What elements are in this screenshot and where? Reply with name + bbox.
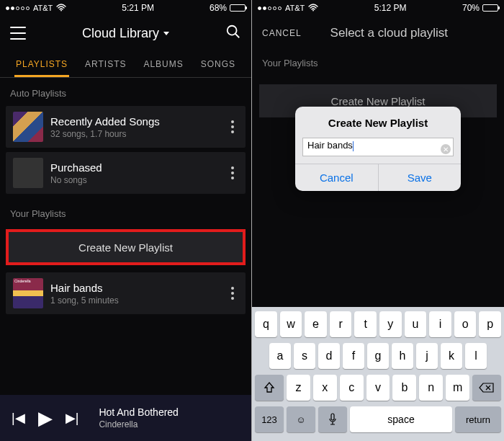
play-icon[interactable]: ▶: [38, 407, 53, 429]
key-d[interactable]: d: [318, 343, 340, 369]
header: Cloud Library: [0, 16, 251, 50]
playlist-subtitle: 1 song, 5 minutes: [50, 295, 220, 306]
playlist-thumbnail: [13, 158, 43, 188]
status-bar: AT&T 5:12 PM 70%: [252, 0, 504, 16]
key-i[interactable]: i: [429, 311, 451, 337]
playlist-thumbnail: [13, 112, 43, 142]
key-y[interactable]: y: [379, 311, 402, 337]
list-item[interactable]: Hair bands 1 song, 5 minutes: [6, 272, 246, 314]
now-playing-title: Hot And Bothered: [99, 406, 179, 418]
key-w[interactable]: w: [280, 311, 302, 337]
tab-artists[interactable]: ARTISTS: [85, 52, 126, 76]
playlist-subtitle: No songs: [50, 175, 220, 185]
key-a[interactable]: a: [269, 343, 291, 369]
key-mic[interactable]: [318, 406, 347, 432]
tab-albums[interactable]: ALBUMS: [143, 52, 183, 76]
key-p[interactable]: p: [479, 311, 501, 337]
key-o[interactable]: o: [454, 311, 477, 337]
now-playing-artist: Cinderella: [99, 419, 179, 429]
list-item[interactable]: Purchased No songs: [6, 152, 246, 194]
svg-point-3: [312, 9, 314, 11]
wifi-icon: [308, 4, 318, 13]
create-playlist-dialog: Create New Playlist Hair bands ✕ Cancel …: [295, 107, 461, 191]
playlist-title: Recently Added Songs: [50, 115, 220, 128]
key-space[interactable]: space: [350, 406, 452, 432]
cancel-button[interactable]: CANCEL: [262, 28, 302, 38]
status-bar: AT&T 5:21 PM 68%: [0, 0, 251, 16]
search-icon[interactable]: [225, 24, 241, 43]
list-item[interactable]: Recently Added Songs 32 songs, 1.7 hours: [6, 106, 246, 148]
keyboard-row: 123 ☺ space return: [255, 406, 501, 432]
signal-dots-icon: [258, 6, 282, 10]
key-f[interactable]: f: [343, 343, 364, 369]
playlist-subtitle: 32 songs, 1.7 hours: [50, 129, 220, 139]
key-e[interactable]: e: [305, 311, 327, 337]
key-return[interactable]: return: [455, 406, 501, 432]
phone-cloud-library: AT&T 5:21 PM 68% Cloud Library PLAYLISTS…: [0, 0, 251, 441]
status-time: 5:21 PM: [122, 3, 154, 13]
tabs: PLAYLISTS ARTISTS ALBUMS SONGS: [0, 50, 251, 78]
key-backspace[interactable]: [472, 375, 501, 401]
svg-point-1: [228, 26, 237, 35]
prev-track-icon[interactable]: |◀: [12, 410, 25, 426]
svg-point-0: [60, 9, 62, 11]
key-c[interactable]: c: [340, 375, 364, 401]
key-k[interactable]: k: [441, 343, 462, 369]
key-q[interactable]: q: [255, 311, 277, 337]
create-new-playlist-button[interactable]: Create New Playlist: [6, 229, 246, 265]
auto-playlists-label: Auto Playlists: [0, 78, 251, 106]
dialog-title: Create New Playlist: [295, 107, 461, 135]
clear-input-icon[interactable]: ✕: [441, 144, 451, 154]
svg-rect-4: [331, 414, 334, 420]
key-123[interactable]: 123: [255, 406, 284, 432]
battery-icon: [230, 4, 246, 12]
your-playlists-label: Your Playlists: [0, 198, 251, 226]
key-u[interactable]: u: [405, 311, 427, 337]
status-time: 5:12 PM: [374, 3, 407, 13]
key-l[interactable]: l: [465, 343, 487, 369]
keyboard-row: q w e r t y u i o p: [255, 311, 501, 337]
battery-icon: [482, 4, 498, 12]
key-z[interactable]: z: [287, 375, 310, 401]
tab-playlists[interactable]: PLAYLISTS: [16, 52, 68, 76]
key-t[interactable]: t: [354, 311, 377, 337]
input-value: Hair bands: [307, 140, 353, 151]
key-h[interactable]: h: [392, 343, 413, 369]
playlist-title: Purchased: [50, 161, 220, 174]
key-n[interactable]: n: [419, 375, 443, 401]
page-title: Cloud Library: [82, 26, 159, 41]
key-b[interactable]: b: [392, 375, 416, 401]
key-shift[interactable]: [255, 375, 284, 401]
more-icon[interactable]: [227, 120, 238, 133]
page-title: Select a cloud playlist: [313, 26, 465, 40]
signal-dots-icon: [6, 6, 30, 10]
page-title-dropdown[interactable]: Cloud Library: [82, 26, 169, 41]
key-r[interactable]: r: [330, 311, 352, 337]
carrier-label: AT&T: [33, 4, 53, 12]
create-label: Create New Playlist: [78, 241, 173, 254]
next-track-icon[interactable]: ▶|: [66, 410, 79, 426]
svg-line-2: [235, 34, 240, 38]
more-icon[interactable]: [227, 287, 238, 300]
dialog-save-button[interactable]: Save: [379, 164, 462, 191]
key-x[interactable]: x: [313, 375, 337, 401]
now-playing-bar[interactable]: |◀ ▶ ▶| Hot And Bothered Cinderella: [0, 395, 251, 441]
wifi-icon: [56, 4, 66, 13]
key-m[interactable]: m: [446, 375, 469, 401]
battery-percent: 68%: [210, 3, 227, 13]
menu-icon[interactable]: [10, 27, 26, 40]
keyboard: q w e r t y u i o p a s d f g h j k l z: [252, 307, 504, 441]
more-icon[interactable]: [227, 166, 238, 179]
dialog-cancel-button[interactable]: Cancel: [295, 164, 379, 191]
key-emoji[interactable]: ☺: [287, 406, 315, 432]
key-j[interactable]: j: [416, 343, 438, 369]
battery-percent: 70%: [462, 3, 480, 13]
playlist-title: Hair bands: [50, 282, 220, 294]
keyboard-row: z x c v b n m: [255, 375, 501, 401]
key-v[interactable]: v: [366, 375, 390, 401]
tab-songs[interactable]: SONGS: [201, 52, 235, 76]
key-s[interactable]: s: [294, 343, 315, 369]
playlist-name-input[interactable]: Hair bands: [302, 138, 454, 156]
key-g[interactable]: g: [367, 343, 389, 369]
create-label: Create New Playlist: [331, 95, 426, 107]
